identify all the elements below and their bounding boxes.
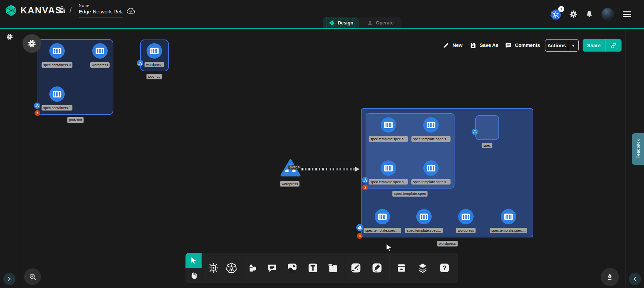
container-node[interactable] bbox=[423, 160, 439, 176]
container-icon bbox=[94, 45, 106, 57]
actions-dropdown-arrow-icon[interactable]: ▼ bbox=[568, 44, 578, 48]
group-relationship-icon[interactable] bbox=[472, 129, 478, 135]
tab-design[interactable]: Design bbox=[323, 17, 359, 28]
container-node[interactable] bbox=[375, 209, 390, 224]
note-tool-button[interactable] bbox=[327, 263, 338, 274]
group-count-badge: 3 bbox=[357, 233, 363, 239]
container-node[interactable] bbox=[381, 160, 396, 176]
sticky-note-icon bbox=[327, 263, 338, 274]
shapes-tool-button[interactable] bbox=[248, 263, 258, 273]
select-tool-button[interactable] bbox=[185, 253, 202, 268]
share-split-button[interactable]: Share bbox=[583, 39, 622, 52]
help-tool-button[interactable] bbox=[439, 263, 450, 274]
feedback-tab[interactable]: Feedback bbox=[632, 133, 644, 165]
kanvas-logo-icon bbox=[4, 4, 18, 17]
canvas-toolbar bbox=[185, 253, 458, 283]
container-node[interactable] bbox=[501, 209, 516, 224]
notifications-bell-icon[interactable] bbox=[585, 10, 593, 18]
magnifier-plus-icon bbox=[29, 273, 37, 281]
image-tool-button[interactable] bbox=[287, 263, 298, 274]
tab-operate[interactable]: Operate bbox=[359, 17, 401, 28]
drawer-icon bbox=[396, 263, 407, 274]
container-node[interactable] bbox=[49, 43, 65, 59]
comments-label: Comments bbox=[515, 43, 540, 48]
new-button[interactable]: New bbox=[443, 39, 463, 51]
node-label: wordpress bbox=[280, 181, 300, 187]
kubernetes-tool-button[interactable] bbox=[226, 263, 237, 274]
comment-tool-button[interactable] bbox=[267, 263, 277, 273]
toolbar-divider bbox=[345, 255, 345, 281]
node-label: spec.containers.1 bbox=[42, 105, 72, 111]
new-label: New bbox=[452, 43, 463, 48]
kubernetes-wheel-icon bbox=[226, 263, 237, 274]
container-node[interactable] bbox=[147, 43, 162, 59]
save-as-button[interactable]: Save As bbox=[470, 39, 498, 51]
group-relationship-icon[interactable] bbox=[362, 177, 368, 183]
container-node[interactable] bbox=[423, 117, 439, 133]
k8s-cluster-node[interactable] bbox=[22, 34, 41, 53]
image-icon bbox=[287, 263, 298, 274]
toolbar-divider bbox=[202, 255, 202, 281]
components-tool-button[interactable] bbox=[208, 263, 219, 273]
brand[interactable]: KANVAS bbox=[4, 4, 62, 17]
header-right: 1 bbox=[550, 0, 631, 28]
pen-nib-icon bbox=[605, 273, 614, 281]
container-icon bbox=[149, 45, 160, 57]
container-node[interactable] bbox=[49, 86, 65, 102]
node-label: wordpress bbox=[90, 62, 110, 68]
comment-icon bbox=[505, 42, 512, 49]
group-relationship-icon[interactable] bbox=[34, 102, 40, 109]
save-floppy-icon bbox=[470, 42, 477, 49]
container-node[interactable] bbox=[381, 117, 396, 133]
node-label: spec bbox=[482, 143, 492, 148]
container-icon bbox=[383, 119, 394, 131]
group-spec-template-spec[interactable] bbox=[366, 113, 454, 189]
settings-gear-icon[interactable] bbox=[569, 10, 578, 19]
operate-person-icon bbox=[367, 20, 373, 26]
text-tool-button[interactable] bbox=[308, 263, 319, 274]
group-label: wordpress bbox=[437, 241, 458, 246]
container-node[interactable] bbox=[416, 209, 432, 224]
design-name-label: Name bbox=[79, 3, 123, 7]
design-name-input[interactable] bbox=[79, 7, 123, 17]
expand-left-panel-button[interactable] bbox=[3, 273, 15, 285]
pinwheel-icon bbox=[358, 225, 362, 230]
design-spiral-icon bbox=[329, 20, 335, 26]
zoom-search-button[interactable] bbox=[24, 268, 41, 285]
comment-icon bbox=[267, 263, 277, 273]
container-node[interactable] bbox=[92, 43, 108, 59]
comments-button[interactable]: Comments bbox=[505, 39, 540, 51]
group-relationship-icon[interactable] bbox=[137, 60, 143, 66]
group-count-badge: 2 bbox=[35, 110, 40, 116]
k8s-context-count-badge: 1 bbox=[558, 6, 564, 12]
tab-operate-label: Operate bbox=[376, 20, 394, 25]
share-link-icon[interactable] bbox=[605, 42, 622, 49]
organization-icon[interactable] bbox=[58, 5, 66, 14]
group-meshery-icon[interactable] bbox=[356, 224, 363, 231]
pen-tool-button[interactable] bbox=[350, 262, 362, 274]
user-avatar[interactable] bbox=[601, 8, 614, 20]
freehand-tool-button[interactable] bbox=[371, 262, 383, 274]
edge-service-to-deployment[interactable] bbox=[301, 168, 356, 170]
group-label: pod-rcc bbox=[147, 74, 162, 79]
container-icon bbox=[51, 88, 63, 100]
container-icon bbox=[425, 119, 437, 131]
container-icon bbox=[503, 211, 514, 222]
node-spec[interactable] bbox=[475, 115, 499, 140]
actions-split-button[interactable]: Actions ▼ bbox=[545, 39, 579, 52]
k8s-context-button[interactable]: 1 bbox=[550, 9, 561, 20]
cloud-sync-icon bbox=[126, 6, 136, 15]
node-label: spec.template.spec.s... bbox=[369, 136, 408, 142]
hamburger-menu-icon[interactable] bbox=[623, 11, 631, 17]
node-label: spec.template.spec.... bbox=[364, 228, 401, 233]
meshery-spiral-icon[interactable] bbox=[6, 33, 13, 41]
archive-tool-button[interactable] bbox=[396, 263, 407, 274]
node-label: spec.containers.0 bbox=[42, 62, 72, 68]
node-label: spec.template.spec.s... bbox=[369, 179, 408, 185]
expand-right-panel-button[interactable] bbox=[629, 273, 641, 285]
node-label: wordpress bbox=[456, 228, 476, 233]
pen-mode-button[interactable] bbox=[601, 268, 619, 286]
pan-tool-button[interactable] bbox=[185, 268, 202, 283]
container-node[interactable] bbox=[458, 209, 474, 224]
layers-tool-button[interactable] bbox=[417, 263, 428, 273]
